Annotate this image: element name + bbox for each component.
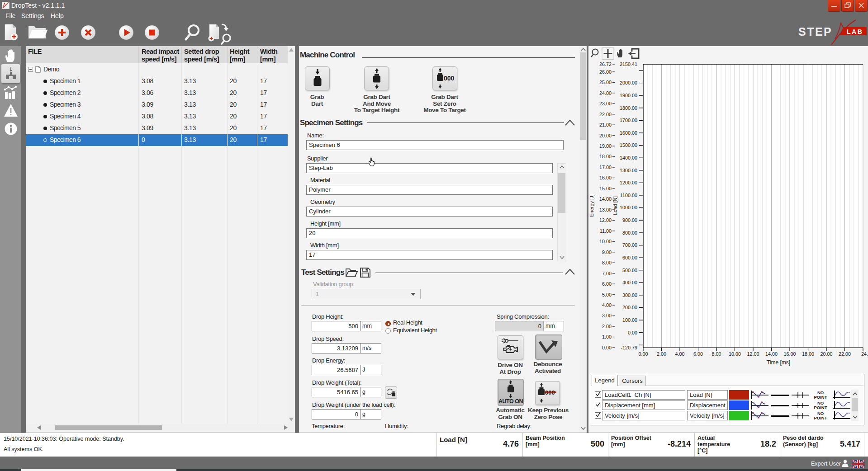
svg-text:-120.79: -120.79 — [621, 345, 637, 350]
svg-text:20.00: 20.00 — [820, 351, 832, 357]
svg-text:STEP: STEP — [798, 25, 832, 38]
svg-text:7.00: 7.00 — [602, 271, 612, 276]
svg-text:4.00: 4.00 — [675, 351, 684, 357]
svg-text:14.00: 14.00 — [765, 351, 778, 357]
svg-text:21.00: 21.00 — [599, 122, 612, 127]
svg-text:8.00: 8.00 — [711, 351, 721, 357]
svg-text:700.00: 700.00 — [622, 242, 637, 248]
svg-text:2000.00: 2000.00 — [620, 80, 637, 85]
svg-text:1600.00: 1600.00 — [620, 130, 637, 136]
svg-text:900.00: 900.00 — [622, 217, 637, 223]
svg-text:100.00: 100.00 — [622, 317, 637, 323]
svg-text:8.00: 8.00 — [602, 260, 612, 265]
svg-text:26.00: 26.00 — [599, 69, 612, 75]
svg-text:Time [ms]: Time [ms] — [767, 359, 790, 366]
svg-text:12.00: 12.00 — [599, 217, 612, 223]
svg-text:10.00: 10.00 — [599, 239, 612, 244]
svg-text:20.00: 20.00 — [599, 133, 612, 138]
svg-text:1500.00: 1500.00 — [620, 142, 637, 148]
svg-text:200.00: 200.00 — [622, 305, 637, 310]
svg-text:6.00: 6.00 — [693, 351, 703, 357]
svg-text:1900.00: 1900.00 — [620, 93, 637, 98]
svg-text:24.: 24. — [861, 351, 868, 357]
svg-text:4.00: 4.00 — [602, 302, 612, 308]
svg-text:0.00: 0.00 — [628, 330, 637, 335]
svg-text:Energy [J]: Energy [J] — [589, 194, 594, 217]
svg-text:1200.00: 1200.00 — [620, 180, 637, 185]
svg-text:1400.00: 1400.00 — [620, 155, 637, 160]
svg-text:19.00: 19.00 — [599, 143, 612, 149]
svg-text:Load [N]: Load [N] — [612, 196, 618, 215]
svg-text:5.00: 5.00 — [602, 292, 612, 297]
svg-text:18.00: 18.00 — [802, 351, 814, 357]
svg-text:10.00: 10.00 — [729, 351, 741, 357]
svg-text:24.00: 24.00 — [599, 90, 612, 96]
svg-text:300.00: 300.00 — [622, 292, 637, 298]
svg-text:1000.00: 1000.00 — [620, 205, 637, 210]
svg-text:26.72: 26.72 — [599, 61, 612, 67]
svg-text:16.00: 16.00 — [783, 351, 796, 357]
svg-text:2.00: 2.00 — [657, 351, 666, 357]
svg-text:17.00: 17.00 — [599, 165, 612, 170]
svg-text:2.00: 2.00 — [602, 324, 612, 329]
svg-text:800.00: 800.00 — [622, 230, 637, 236]
svg-text:25.00: 25.00 — [599, 80, 612, 85]
svg-text:2150.41: 2150.41 — [620, 61, 637, 67]
svg-text:13.00: 13.00 — [599, 207, 612, 212]
svg-text:500.00: 500.00 — [622, 268, 637, 273]
svg-text:1300.00: 1300.00 — [620, 168, 637, 173]
svg-text:1100.00: 1100.00 — [620, 193, 637, 198]
svg-text:14.00: 14.00 — [599, 196, 612, 202]
svg-text:1800.00: 1800.00 — [620, 105, 637, 111]
svg-text:12.00: 12.00 — [747, 351, 759, 357]
svg-text:11.00: 11.00 — [600, 228, 612, 234]
svg-text:9.00: 9.00 — [602, 250, 612, 255]
svg-text:LAB: LAB — [847, 28, 863, 35]
svg-text:600.00: 600.00 — [622, 255, 637, 260]
svg-text:0.00: 0.00 — [638, 351, 648, 357]
svg-text:23.00: 23.00 — [599, 101, 612, 106]
svg-text:3.00: 3.00 — [602, 313, 612, 318]
svg-text:22.00: 22.00 — [599, 112, 612, 117]
svg-text:6.00: 6.00 — [602, 281, 612, 287]
svg-text:1700.00: 1700.00 — [620, 118, 637, 123]
svg-text:000: 000 — [444, 75, 455, 82]
svg-text:400.00: 400.00 — [622, 280, 637, 285]
svg-text:16.00: 16.00 — [599, 175, 612, 180]
svg-text:18.00: 18.00 — [599, 154, 612, 159]
svg-text:1.00: 1.00 — [602, 334, 612, 339]
svg-text:15.00: 15.00 — [599, 186, 612, 191]
svg-text:0.00: 0.00 — [602, 345, 612, 350]
svg-text:22.00: 22.00 — [839, 351, 851, 357]
